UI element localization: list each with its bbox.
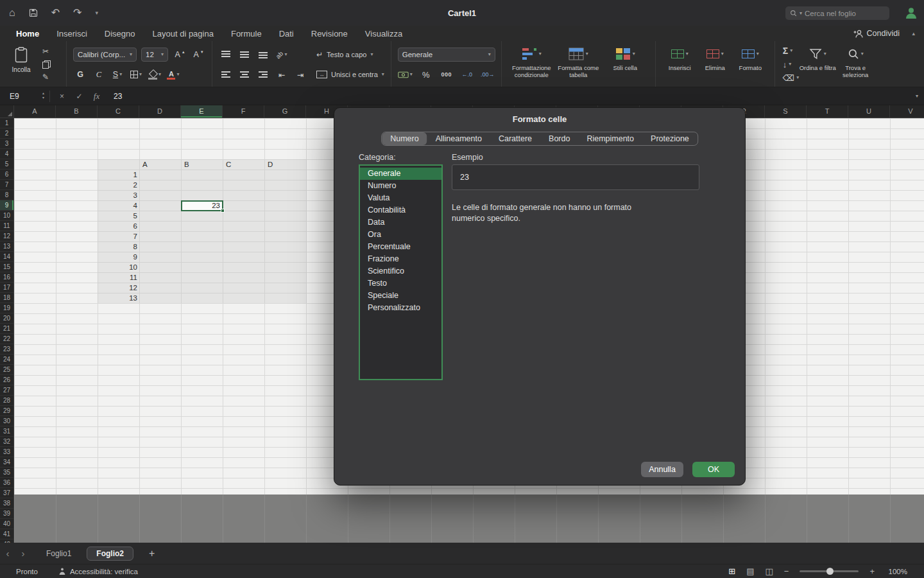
table-number-cell[interactable]: 1	[98, 170, 137, 180]
page-layout-view-icon[interactable]: ▤	[746, 567, 754, 575]
delete-cells-button[interactable]: ▾ Elimina	[697, 41, 733, 87]
row-header-26[interactable]: 26	[0, 375, 13, 385]
ribbon-tab-layout-di-pagina[interactable]: Layout di pagina	[153, 29, 214, 39]
page-break-view-icon[interactable]: ◫	[766, 567, 773, 575]
row-header-17[interactable]: 17	[0, 283, 13, 293]
column-header-T[interactable]: T	[807, 105, 848, 118]
table-number-cell[interactable]: 7	[98, 231, 137, 241]
align-center-button[interactable]	[237, 67, 252, 82]
row-header-18[interactable]: 18	[0, 293, 13, 303]
decrease-decimal-button[interactable]: .00→	[481, 67, 495, 82]
font-size-select[interactable]: 12▾	[141, 48, 168, 62]
wrap-text-button[interactable]: ↵ Testo a capo▾	[316, 46, 384, 63]
table-header-cell[interactable]: C	[226, 159, 231, 170]
selected-cell[interactable]: 23	[181, 200, 223, 211]
row-header-3[interactable]: 3	[0, 139, 13, 149]
copy-icon[interactable]	[42, 60, 51, 69]
row-header-35[interactable]: 35	[0, 468, 13, 478]
name-box-spinner-icon[interactable]: ▴▾	[42, 91, 44, 100]
zoom-in-button[interactable]: +	[869, 567, 875, 575]
normal-view-icon[interactable]: ⊞	[728, 567, 735, 575]
category-item-numero[interactable]: Numero	[360, 180, 441, 192]
row-header-36[interactable]: 36	[0, 478, 13, 488]
sheet-tab-foglio1[interactable]: Foglio1	[46, 549, 71, 558]
ribbon-tab-visualizza[interactable]: Visualizza	[365, 29, 402, 39]
category-item-speciale[interactable]: Speciale	[360, 290, 441, 302]
bold-button[interactable]: G	[73, 67, 87, 82]
dialog-tab-protezione[interactable]: Protezione	[642, 132, 697, 145]
category-item-personalizzato[interactable]: Personalizzato	[360, 302, 441, 314]
table-number-cell[interactable]: 12	[98, 283, 137, 293]
clear-button[interactable]: ⌫▾	[783, 72, 799, 83]
insert-cells-button[interactable]: ▾ Inserisci	[662, 41, 697, 87]
account-avatar-icon[interactable]	[904, 6, 918, 20]
zoom-slider[interactable]	[800, 570, 859, 572]
redo-icon[interactable]: ↷	[73, 8, 81, 18]
cut-icon[interactable]: ✂	[42, 47, 51, 56]
share-button[interactable]: Condividi	[853, 26, 900, 41]
category-item-frazione[interactable]: Frazione	[360, 253, 441, 265]
home-icon[interactable]: ⌂	[9, 8, 15, 18]
table-header-cell[interactable]: B	[184, 159, 189, 170]
table-number-cell[interactable]: 4	[98, 200, 137, 211]
ribbon-tab-dati[interactable]: Dati	[279, 29, 294, 39]
row-header-10[interactable]: 10	[0, 211, 13, 221]
cancel-button[interactable]: Annulla	[641, 462, 683, 477]
row-header-28[interactable]: 28	[0, 396, 13, 406]
fill-handle[interactable]	[221, 209, 225, 213]
align-left-button[interactable]	[219, 67, 233, 82]
row-header-12[interactable]: 12	[0, 231, 13, 241]
formula-bar-expand-icon[interactable]: ▾	[916, 93, 918, 99]
confirm-entry-icon[interactable]: ✓	[71, 92, 88, 101]
row-header-15[interactable]: 15	[0, 262, 13, 272]
formula-input[interactable]: 23	[105, 92, 916, 101]
category-item-testo[interactable]: Testo	[360, 277, 441, 290]
borders-button[interactable]: ▾	[129, 67, 143, 82]
row-header-39[interactable]: 39	[0, 509, 13, 519]
add-sheet-button[interactable]: +	[149, 548, 155, 559]
conditional-formatting-button[interactable]: ▾ Formattazione condizionale	[508, 41, 555, 87]
row-header-40[interactable]: 40	[0, 519, 13, 529]
table-header-cell[interactable]: A	[142, 159, 148, 170]
table-number-cell[interactable]: 3	[98, 190, 137, 200]
table-header-cell[interactable]: D	[268, 159, 273, 170]
italic-button[interactable]: C	[92, 67, 106, 82]
table-number-cell[interactable]: 9	[98, 252, 137, 262]
column-header-E[interactable]: E	[181, 105, 223, 118]
sort-filter-button[interactable]: ▾ Ordina e filtra	[799, 41, 836, 87]
increase-decimal-button[interactable]: ←.0	[460, 67, 474, 82]
row-header-5[interactable]: 5	[0, 159, 13, 170]
table-number-cell[interactable]: 6	[98, 221, 137, 231]
category-item-data[interactable]: Data	[360, 216, 441, 229]
row-header-30[interactable]: 30	[0, 416, 13, 426]
row-header-25[interactable]: 25	[0, 365, 13, 375]
autosum-button[interactable]: Σ▾	[783, 45, 799, 57]
category-item-valuta[interactable]: Valuta	[360, 192, 441, 204]
dialog-tab-riempimento[interactable]: Riempimento	[578, 132, 642, 145]
column-header-C[interactable]: C	[98, 105, 139, 118]
cancel-entry-icon[interactable]: ×	[53, 92, 71, 101]
row-header-19[interactable]: 19	[0, 303, 13, 313]
column-header-F[interactable]: F	[223, 105, 264, 118]
name-box[interactable]: E9 ▴▾	[0, 87, 46, 105]
row-header-16[interactable]: 16	[0, 272, 13, 283]
increase-indent-button[interactable]: ⇥	[293, 67, 307, 82]
row-header-22[interactable]: 22	[0, 334, 13, 344]
toolbar-options-icon[interactable]: ▾	[95, 10, 98, 16]
table-number-cell[interactable]: 10	[98, 262, 137, 272]
dialog-tab-carattere[interactable]: Carattere	[490, 132, 540, 145]
column-header-V[interactable]: V	[890, 105, 924, 118]
row-header-34[interactable]: 34	[0, 457, 13, 468]
row-header-32[interactable]: 32	[0, 437, 13, 447]
cell-styles-button[interactable]: ▾ Stili cella	[602, 41, 649, 87]
row-header-27[interactable]: 27	[0, 385, 13, 396]
align-bottom-button[interactable]	[256, 48, 270, 62]
ribbon-tab-home[interactable]: Home	[16, 29, 39, 39]
thousands-format-button[interactable]: 000	[440, 67, 454, 82]
row-header-21[interactable]: 21	[0, 324, 13, 334]
find-select-button[interactable]: ▾ Trova e seleziona	[836, 41, 875, 87]
column-header-D[interactable]: D	[139, 105, 181, 118]
search-input[interactable]	[805, 10, 885, 17]
ribbon-tab-revisione[interactable]: Revisione	[311, 29, 348, 39]
row-header-13[interactable]: 13	[0, 241, 13, 252]
